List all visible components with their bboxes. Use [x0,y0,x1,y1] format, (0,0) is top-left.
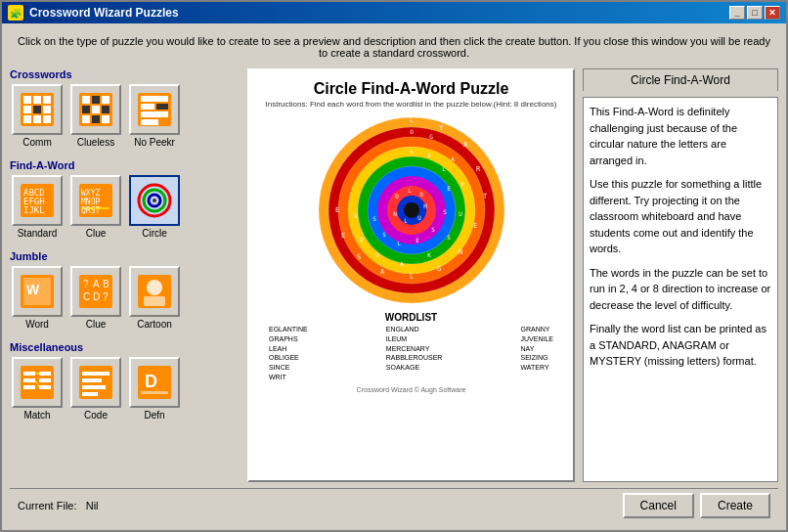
svg-rect-23 [156,104,168,110]
jumble-label: Jumble [10,250,240,262]
svg-rect-25 [141,119,158,125]
wordlist-col-3: GRANNY JUVENILE NAY SEIZING WATERY [521,325,553,382]
create-button[interactable]: Create [700,493,770,518]
defn-icon-svg: D [136,364,173,401]
puzzle-cartoon[interactable]: Cartoon [127,264,182,332]
crosswords-grid: Comm [10,82,240,150]
left-panel: Crosswords [10,68,240,482]
svg-text:K: K [354,212,358,219]
svg-text:E: E [447,185,451,192]
circle-icon-box [129,175,180,226]
minimize-button[interactable]: _ [729,6,745,20]
puzzle-match[interactable]: Match [10,355,65,422]
maximize-button[interactable]: □ [747,6,763,20]
svg-text:U: U [459,210,462,217]
desc-text-3: The words in the puzzle can be set to ru… [590,265,771,314]
word-icon-box: W [12,266,63,317]
close-button[interactable]: ✕ [765,6,780,20]
svg-rect-1 [23,96,31,104]
puzzle-standard[interactable]: ABCD EFGH IJKL Standard [10,173,65,241]
svg-text:E: E [416,237,419,244]
clueless-label: Clueless [77,137,114,148]
preview-panel: Circle Find-A-Word Puzzle Instructions: … [247,68,575,482]
desc-box: This Find-A-Word is definitely challengi… [583,97,778,482]
wordlist-col-2: ENGLAND ILEUM MERCENARY RABBLEROUSER SOA… [386,325,443,382]
puzzle-clue-faw[interactable]: WXYZ MNOP QRST Clue [68,173,123,241]
puzzle-clue-jumble[interactable]: ? A B C D ? Clue [68,264,123,332]
current-file-area: Current File: Nil [18,500,99,511]
puzzle-no-peekr[interactable]: No Peekr [127,82,182,150]
app-icon: 🧩 [8,5,23,21]
svg-rect-66 [82,392,98,396]
svg-point-51 [147,280,162,295]
clueless-icon-svg [77,91,114,128]
puzzle-defn[interactable]: D Defn [127,355,182,422]
main-area: Crosswords [10,68,778,482]
svg-rect-6 [43,106,51,113]
desc-text-1: This Find-A-Word is definitely challengi… [590,104,771,168]
clue-faw-icon-box: WXYZ MNOP QRST [70,175,121,226]
puzzle-circle[interactable]: Circle [127,173,182,241]
svg-text:A: A [451,155,455,162]
svg-text:L: L [409,273,413,281]
svg-text:A: A [400,260,404,267]
misc-label: Miscellaneous [10,341,240,353]
puzzle-comm[interactable]: Comm [10,82,65,150]
svg-rect-4 [23,106,31,113]
faw-grid: ABCD EFGH IJKL Standard [10,173,240,241]
svg-text:K: K [427,251,431,258]
defn-icon-box: D [129,357,180,408]
match-icon-box [12,357,63,408]
cartoon-icon-svg [136,273,173,310]
match-label: Match [23,410,50,421]
clue-faw-label: Clue [86,228,107,239]
action-buttons: Cancel Create [623,493,770,518]
svg-rect-56 [23,385,35,389]
defn-label: Defn [144,410,164,421]
preview-instructions: Instructions: Find each word from the wo… [266,100,557,109]
svg-text:L: L [409,116,413,124]
svg-rect-24 [141,111,168,117]
svg-text:C: C [83,291,90,302]
title-bar: 🧩 Crossword Wizard Puzzles _ □ ✕ [2,2,786,23]
section-jumble: Jumble W Word [10,250,240,335]
svg-text:MNOP: MNOP [81,198,100,206]
svg-text:N: N [393,210,397,217]
svg-rect-55 [23,378,35,382]
puzzle-word[interactable]: W Word [10,264,65,332]
section-miscellaneous: Miscellaneous [10,341,240,426]
svg-text:QRST: QRST [81,206,100,215]
copyright-text: Crossword Wizard © Augh Software [357,386,466,393]
svg-text:S: S [372,215,376,222]
svg-rect-11 [82,96,90,104]
svg-text:E: E [334,206,338,214]
svg-text:G: G [429,133,433,140]
svg-text:G: G [436,265,440,273]
puzzle-code[interactable]: Code [68,355,123,422]
svg-text:WXYZ: WXYZ [81,189,100,198]
svg-text:E: E [427,152,431,158]
current-file-value: Nil [86,500,99,511]
standard-label: Standard [18,228,58,239]
svg-text:O: O [375,251,379,258]
faw-label: Find-A-Word [10,159,240,171]
svg-rect-58 [39,378,51,382]
desc-header: Circle Find-A-Word [583,68,778,91]
content-area: Click on the type of puzzle you would li… [2,23,786,530]
svg-text:D: D [93,291,100,302]
svg-rect-13 [102,96,109,104]
circle-icon-svg [136,182,173,219]
no-peekr-label: No Peekr [134,137,175,148]
svg-rect-22 [141,104,154,110]
svg-text:IJKL: IJKL [23,205,45,215]
word-icon-svg: W [19,273,56,310]
puzzle-clueless[interactable]: Clueless [68,82,123,150]
standard-icon-box: ABCD EFGH IJKL [12,175,63,226]
cancel-button[interactable]: Cancel [623,493,694,518]
svg-text:O: O [410,128,414,135]
current-file-label: Current File: [18,500,77,511]
title-buttons: _ □ ✕ [729,6,780,20]
match-icon-svg [19,364,56,401]
svg-rect-18 [92,115,100,123]
svg-text:E: E [472,222,476,230]
